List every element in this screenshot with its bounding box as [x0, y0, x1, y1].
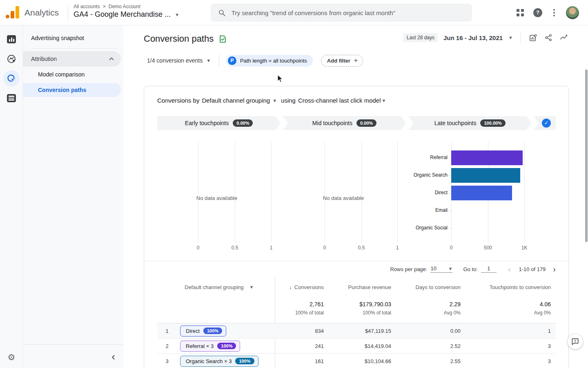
cell-revenue: $10,104.66 [327, 358, 394, 364]
cell-days: 2.52 [394, 343, 464, 349]
no-data-message: No data available [307, 195, 380, 201]
conversions-column-header[interactable]: ↓Conversions [275, 284, 327, 290]
stage-segment-2[interactable]: Mid touchpoints0.00% [283, 116, 406, 130]
axis-tick-label: 0.5 [352, 245, 370, 251]
bar-referral[interactable] [451, 150, 523, 165]
dimension-column-header[interactable]: Default channel grouping ▼ [177, 284, 275, 290]
search-input[interactable] [232, 9, 460, 16]
stage-label: Late touchpoints [434, 120, 477, 126]
dimension-header-chevron-icon: ▼ [249, 285, 254, 289]
touchpoints-column-header[interactable]: Touchpoints to conversion [464, 284, 557, 290]
channel-chip[interactable]: Organic Search × 3100% [180, 356, 258, 367]
model-dropdown[interactable]: Cross-channel last click model [298, 97, 381, 104]
share-icon[interactable] [543, 33, 553, 43]
sidebar-item-model-comparison[interactable]: Model comparison [23, 67, 123, 82]
channel-chip[interactable]: Referral × 3100% [180, 341, 240, 352]
cell-conversions: 161 [275, 358, 327, 364]
stage-label: Mid touchpoints [312, 120, 352, 126]
category-tick [448, 211, 451, 211]
data-quality-icon[interactable] [218, 35, 227, 43]
chart-gridline [235, 141, 235, 242]
total-revenue: $179,790.03 [327, 301, 391, 307]
table-row-1[interactable]: 1Direct100%834$47,119.150.001 [157, 323, 556, 339]
mouse-cursor [277, 74, 283, 85]
channel-label: Referral × 3 [186, 343, 214, 349]
add-filter-button[interactable]: Add filter + [321, 55, 363, 67]
stage-segment-1[interactable]: Early touchpoints0.00% [157, 116, 281, 130]
more-menu-icon[interactable] [552, 9, 557, 16]
search-bar[interactable] [211, 4, 472, 22]
insights-icon[interactable] [559, 33, 569, 43]
apps-grid-icon[interactable] [517, 9, 524, 16]
breadcrumb-account[interactable]: Demo Account [109, 4, 140, 9]
avatar[interactable] [566, 6, 579, 19]
axis-tick-label: 1 [262, 245, 280, 251]
dimension-dropdown[interactable]: Default channel grouping [202, 97, 270, 104]
conversion-events-label: 1/4 conversion events [147, 57, 203, 64]
feedback-button[interactable] [568, 334, 583, 349]
nav-explore-icon[interactable] [0, 49, 23, 69]
stage-complete-check-icon[interactable]: ✓ [542, 119, 551, 128]
channel-percentage-badge: 100% [217, 343, 236, 349]
date-chevron-down-icon[interactable]: ▼ [508, 35, 513, 40]
previous-page-icon[interactable]: ‹ [508, 265, 511, 274]
path-length-filter-chip[interactable]: P Path length = all touchpoints [226, 55, 313, 67]
stage-segment-3[interactable]: Late touchpoints100.00% [408, 116, 532, 130]
rows-per-page-chevron-icon: ▼ [448, 266, 453, 271]
goto-label: Go to: [463, 266, 477, 272]
revenue-column-header[interactable]: Purchase revenue [327, 284, 394, 290]
dimension-header-label: Default channel grouping [185, 284, 244, 290]
nav-library-icon[interactable] [0, 88, 23, 108]
plus-icon: + [354, 57, 358, 64]
bar-category-label: Direct [361, 190, 448, 195]
category-tick [448, 193, 451, 193]
property-name[interactable]: GA4 - Google Merchandise ... [74, 10, 171, 19]
rows-per-page-select[interactable]: 10 ▼ [430, 265, 452, 273]
sort-desc-icon: ↓ [289, 284, 292, 290]
breadcrumb-accounts[interactable]: All accounts [74, 4, 100, 9]
sidebar-divider [31, 48, 118, 49]
card-header-middle: using [281, 97, 296, 104]
top-bar: Analytics All accounts > Demo Account GA… [0, 0, 588, 25]
collapse-sidebar-icon[interactable]: ‹ [111, 351, 115, 362]
sidebar-section-attribution[interactable]: Attribution [23, 51, 121, 67]
total-days: 2.29 [394, 301, 461, 307]
cell-conversions: 834 [275, 328, 327, 334]
analytics-logo[interactable]: Analytics [6, 6, 59, 18]
chevron-down-icon: ▼ [175, 12, 179, 17]
table-row-3[interactable]: 3Organic Search × 3100%161$10,104.662.55… [157, 354, 556, 368]
touchpoint-stage-bar: Early touchpoints0.00%Mid touchpoints0.0… [157, 116, 556, 130]
dimension-chevron-down-icon[interactable]: ▼ [272, 98, 277, 103]
account-switcher[interactable]: All accounts > Demo Account GA4 - Google… [74, 4, 179, 19]
sidebar-item-advertising-snapshot[interactable]: Advertising snapshot [23, 30, 123, 46]
chevron-up-icon [109, 57, 114, 61]
logo-tall-bar-icon [16, 6, 19, 18]
model-chevron-down-icon[interactable]: ▼ [382, 98, 386, 103]
attribution-label: Attribution [31, 56, 57, 62]
chart-gridline [198, 141, 198, 242]
table-body: 1Direct100%834$47,119.150.0012Referral ×… [144, 323, 568, 368]
controls-divider [520, 32, 521, 43]
bar-direct[interactable] [451, 186, 512, 200]
filter-divider [219, 55, 219, 66]
next-page-icon[interactable]: › [553, 265, 556, 274]
events-chevron-down-icon: ▼ [206, 58, 211, 63]
settings-gear-icon[interactable]: ⚙ [0, 352, 23, 362]
goto-page-input[interactable]: 1 [481, 265, 497, 273]
table-row-2[interactable]: 2Referral × 3100%241$14,419.042.523 [157, 339, 556, 354]
date-range-selector[interactable]: Jun 16 - Jul 13, 2021 [443, 34, 503, 41]
nav-reports-icon[interactable] [0, 29, 23, 49]
channel-chip[interactable]: Direct100% [180, 325, 226, 337]
axis-tick-label: 0 [316, 245, 334, 251]
bar-organic-search[interactable] [451, 168, 520, 183]
days-column-header[interactable]: Days to conversion [394, 284, 464, 290]
help-icon[interactable]: ? [533, 8, 542, 17]
sidenav-footer: ‹ [23, 344, 123, 368]
vertical-scrollbar[interactable] [585, 70, 588, 242]
category-tick [448, 175, 451, 176]
cell-touchpoints: 1 [464, 328, 557, 334]
nav-advertising-icon-selected[interactable] [0, 69, 23, 88]
conversion-events-dropdown[interactable]: 1/4 conversion events ▼ [147, 57, 211, 64]
sidebar-item-conversion-paths[interactable]: Conversion paths [23, 83, 121, 97]
customize-report-icon[interactable] [528, 33, 538, 43]
